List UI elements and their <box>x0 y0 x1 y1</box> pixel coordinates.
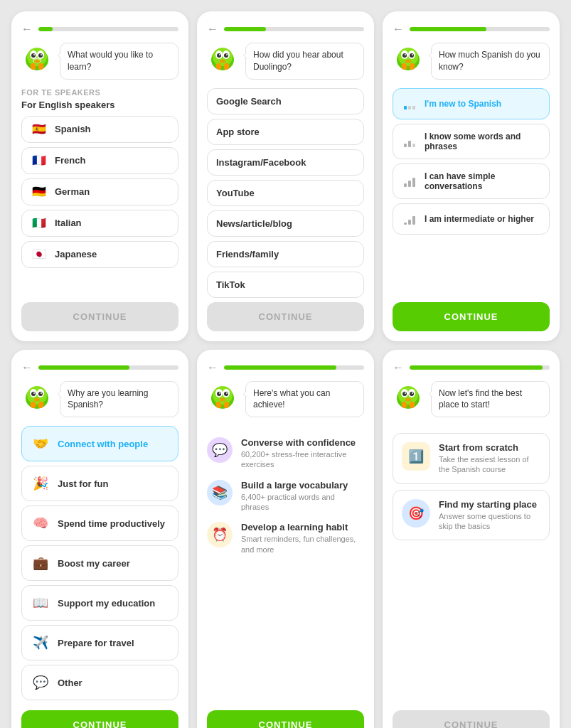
svg-point-63 <box>219 392 220 394</box>
top-bar-5: ← <box>207 361 364 374</box>
source-appstore[interactable]: App store <box>207 119 364 145</box>
lang-italian[interactable]: 🇮🇹 Italian <box>21 210 178 237</box>
continue-btn-6[interactable]: CONTINUE <box>393 710 550 728</box>
start-text-scratch: Start from scratch Take the easiest less… <box>439 442 540 475</box>
start-icon-scratch: 1️⃣ <box>402 442 430 471</box>
achieve-text-converse: Converse with confidence 60,200+ stress-… <box>241 437 364 470</box>
source-instagram[interactable]: Instagram/Facebook <box>207 149 364 176</box>
svg-point-64 <box>226 392 228 394</box>
svg-rect-43 <box>404 223 407 225</box>
lang-label-french: French <box>55 155 85 166</box>
achieve-icon-vocab: 📚 <box>207 480 233 505</box>
source-news[interactable]: News/article/blog <box>207 210 364 237</box>
progress-fill-4 <box>38 365 129 370</box>
progress-fill-5 <box>224 365 336 370</box>
svg-point-50 <box>31 392 36 396</box>
mascot-row-4: Why are you learning Spanish? <box>21 381 178 418</box>
level-intermediate[interactable]: I am intermediate or higher <box>393 203 550 235</box>
svg-point-9 <box>34 60 40 63</box>
svg-rect-45 <box>412 216 415 225</box>
back-arrow-1[interactable]: ← <box>21 23 33 36</box>
back-arrow-5[interactable]: ← <box>207 361 218 374</box>
svg-point-53 <box>41 392 42 394</box>
level-new[interactable]: I'm new to Spanish <box>393 88 550 119</box>
svg-rect-36 <box>412 106 415 109</box>
svg-point-75 <box>412 392 413 394</box>
progress-fill-6 <box>410 365 543 370</box>
mascot-row-6: Now let's find the best place to start! <box>393 381 550 418</box>
achievements-list: 💬 Converse with confidence 60,200+ stres… <box>207 437 364 564</box>
lang-label-german: German <box>55 186 90 197</box>
lang-german[interactable]: 🇩🇪 German <box>21 178 178 205</box>
continue-btn-2[interactable]: CONTINUE <box>207 302 364 331</box>
source-friends[interactable]: Friends/family <box>207 241 364 267</box>
progress-fill-3 <box>410 27 486 31</box>
achieve-text-habit: Develop a learning habit Smart reminders… <box>241 522 364 555</box>
achieve-title-vocab: Build a large vocabulary <box>241 480 364 491</box>
goal-career[interactable]: 💼 Boost my career <box>21 545 178 581</box>
achievement-converse: 💬 Converse with confidence 60,200+ stres… <box>207 437 364 470</box>
svg-point-61 <box>217 392 221 396</box>
mascot-1 <box>21 43 53 74</box>
continue-btn-5[interactable]: CONTINUE <box>207 710 364 728</box>
lang-french[interactable]: 🇫🇷 French <box>21 147 178 174</box>
achieve-title-converse: Converse with confidence <box>241 437 364 448</box>
svg-rect-37 <box>404 144 407 147</box>
svg-point-4 <box>31 53 36 58</box>
flag-japanese: 🇯🇵 <box>31 249 48 260</box>
top-bar-4: ← <box>21 361 178 374</box>
back-arrow-4[interactable]: ← <box>21 361 33 374</box>
source-tiktok[interactable]: TikTok <box>207 272 364 298</box>
level-some-words[interactable]: I know some words and phrases <box>393 124 550 159</box>
bars-icon-3 <box>402 173 417 189</box>
achieve-desc-vocab: 6,400+ practical words and phrases <box>241 492 364 513</box>
start-find[interactable]: 🎯 Find my starting place Answer some que… <box>393 490 550 541</box>
achieve-icon-converse: 💬 <box>207 437 233 463</box>
back-arrow-3[interactable]: ← <box>393 23 404 36</box>
start-desc-scratch: Take the easiest lesson of the Spanish c… <box>439 454 540 475</box>
source-youtube[interactable]: YouTube <box>207 180 364 206</box>
svg-point-16 <box>217 53 221 58</box>
bars-icon-1 <box>402 96 417 112</box>
goal-travel[interactable]: ✈️ Prepare for travel <box>21 625 178 660</box>
svg-point-17 <box>224 53 228 58</box>
svg-point-54 <box>34 397 40 401</box>
continue-btn-4[interactable]: CONTINUE <box>21 710 178 728</box>
level-some-words-label: I know some words and phrases <box>425 132 540 151</box>
card-level: ← <box>383 11 560 341</box>
level-conversations[interactable]: I can have simple conversations <box>393 164 550 199</box>
lang-spanish[interactable]: 🇪🇸 Spanish <box>21 116 178 143</box>
mascot-3 <box>393 43 424 74</box>
goal-fun[interactable]: 🎉 Just for fun <box>21 466 178 501</box>
continue-btn-1[interactable]: CONTINUE <box>21 302 178 331</box>
progress-fill-1 <box>38 27 53 31</box>
svg-point-31 <box>405 60 411 63</box>
top-bar-1: ← <box>21 23 178 36</box>
goal-label-fun: Just for fun <box>58 478 109 489</box>
back-arrow-6[interactable]: ← <box>393 361 404 374</box>
svg-point-27 <box>402 53 407 58</box>
goal-label-productive: Spend time productively <box>58 518 165 529</box>
goal-label-connect: Connect with people <box>58 439 148 449</box>
source-google[interactable]: Google Search <box>207 88 364 114</box>
svg-rect-39 <box>412 144 415 147</box>
achieve-desc-converse: 60,200+ stress-free interactive exercise… <box>241 449 364 470</box>
lang-japanese[interactable]: 🇯🇵 Japanese <box>21 241 178 268</box>
speech-bubble-5: Here's what you can achieve! <box>245 381 364 418</box>
goal-productive[interactable]: 🧠 Spend time productively <box>21 505 178 541</box>
goal-label-education: Support my education <box>58 598 155 609</box>
svg-rect-41 <box>408 181 411 187</box>
goal-education[interactable]: 📖 Support my education <box>21 585 178 621</box>
svg-point-30 <box>412 54 413 55</box>
continue-btn-3[interactable]: CONTINUE <box>393 302 550 331</box>
start-scratch[interactable]: 1️⃣ Start from scratch Take the easiest … <box>393 433 550 484</box>
mascot-row-5: Here's what you can achieve! <box>207 381 364 418</box>
goal-other[interactable]: 💬 Other <box>21 665 178 700</box>
svg-point-5 <box>38 53 43 58</box>
back-arrow-2[interactable]: ← <box>207 23 218 36</box>
start-title-find: Find my starting place <box>439 499 540 510</box>
goal-connect[interactable]: 🤝 Connect with people <box>21 426 178 461</box>
goal-label-other: Other <box>58 678 82 688</box>
flag-german: 🇩🇪 <box>31 186 48 198</box>
mascot-row-1: What would you like to learn? <box>21 43 178 80</box>
